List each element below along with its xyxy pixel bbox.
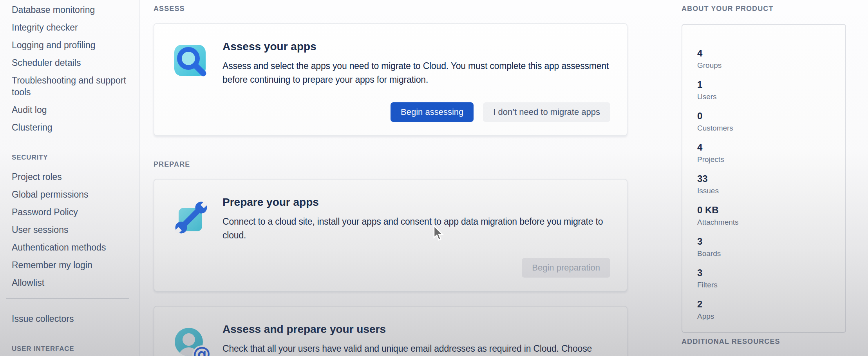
sidebar-item-troubleshooting[interactable]: Troubleshooting and support tools — [12, 74, 129, 98]
prepare-card-actions: Begin preparation — [222, 258, 610, 278]
sidebar-divider — [6, 298, 129, 299]
stat-value: 0 — [697, 110, 837, 122]
migration-assistant-page: Database monitoring Integrity checker Lo… — [0, 0, 868, 356]
sidebar-item-remember-my-login[interactable]: Remember my login — [12, 259, 129, 271]
users-card-content: Assess and prepare your users Check that… — [222, 323, 610, 356]
about-product-panel: ABOUT YOUR PRODUCT 4 Groups 1 Users 0 Cu… — [682, 0, 848, 346]
stat-label: Boards — [697, 249, 837, 258]
stat-users: 1 Users — [697, 79, 837, 102]
stat-projects: 4 Projects — [697, 142, 837, 164]
assess-card-title: Assess your apps — [222, 40, 610, 53]
sidebar-item-integrity-checker[interactable]: Integrity checker — [12, 22, 129, 33]
stat-label: Filters — [697, 280, 837, 290]
user-email-icon: @ — [172, 324, 210, 356]
users-card-title: Assess and prepare your users — [222, 323, 610, 336]
sidebar-item-global-permissions[interactable]: Global permissions — [12, 189, 129, 200]
stat-boards: 3 Boards — [697, 236, 837, 258]
stat-customers: 0 Customers — [697, 110, 837, 133]
assess-card-actions: Begin assessing I don’t need to migrate … — [222, 102, 610, 122]
section-header-prepare: PREPARE — [154, 160, 627, 169]
stat-apps: 2 Apps — [697, 298, 837, 321]
stat-value: 3 — [697, 236, 837, 247]
stat-label: Issues — [697, 186, 837, 196]
assess-card-content: Assess your apps Assess and select the a… — [222, 40, 610, 122]
about-product-header: ABOUT YOUR PRODUCT — [682, 5, 848, 13]
stat-label: Customers — [697, 124, 837, 133]
sidebar-item-scheduler-details[interactable]: Scheduler details — [12, 57, 129, 69]
assess-apps-card: Assess your apps Assess and select the a… — [154, 23, 627, 136]
assess-users-card: @ Assess and prepare your users Check th… — [154, 306, 627, 356]
sidebar-nav-collectors: Issue collectors — [12, 313, 129, 325]
stat-label: Apps — [697, 312, 837, 321]
prepare-card-title: Prepare your apps — [222, 196, 610, 209]
stat-value: 2 — [697, 298, 837, 310]
stat-groups: 4 Groups — [697, 47, 837, 70]
sidebar-item-database-monitoring[interactable]: Database monitoring — [12, 4, 129, 16]
sidebar-item-issue-collectors[interactable]: Issue collectors — [12, 313, 129, 325]
begin-preparation-button[interactable]: Begin preparation — [522, 258, 610, 278]
sidebar-section-security: SECURITY — [12, 154, 129, 162]
stat-issues: 33 Issues — [697, 173, 837, 196]
stat-value: 33 — [697, 173, 837, 185]
admin-sidebar: Database monitoring Integrity checker Lo… — [0, 0, 140, 356]
sidebar-item-audit-log[interactable]: Audit log — [12, 104, 129, 116]
stat-value: 3 — [697, 267, 837, 279]
stat-label: Users — [697, 92, 837, 102]
stat-filters: 3 Filters — [697, 267, 837, 290]
stat-label: Projects — [697, 155, 837, 164]
stat-value: 4 — [697, 142, 837, 153]
stat-value: 0 KB — [697, 204, 837, 216]
section-header-assess: ASSESS — [154, 5, 627, 13]
stat-attachments: 0 KB Attachments — [697, 204, 837, 227]
stat-value: 4 — [697, 47, 837, 59]
begin-assessing-button[interactable]: Begin assessing — [391, 102, 474, 122]
sidebar-nav-security: Project roles Global permissions Passwor… — [12, 171, 129, 289]
sidebar-item-logging-profiling[interactable]: Logging and profiling — [12, 39, 129, 51]
assess-card-description: Assess and select the apps you need to m… — [222, 59, 610, 87]
additional-resources-header: ADDITIONAL RESOURCES — [682, 338, 848, 346]
stat-value: 1 — [697, 79, 837, 91]
prepare-card-content: Prepare your apps Connect to a cloud sit… — [222, 196, 610, 278]
main-content: ASSESS Assess your apps Assess and selec… — [154, 0, 627, 356]
prepare-apps-card: Prepare your apps Connect to a cloud sit… — [154, 179, 627, 292]
search-app-icon — [172, 41, 210, 79]
sidebar-item-user-sessions[interactable]: User sessions — [12, 224, 129, 236]
stat-label: Attachments — [697, 218, 837, 227]
sidebar-nav-top: Database monitoring Integrity checker Lo… — [12, 4, 129, 133]
stat-label: Groups — [697, 61, 837, 70]
sidebar-item-authentication-methods[interactable]: Authentication methods — [12, 242, 129, 253]
sidebar-item-password-policy[interactable]: Password Policy — [12, 206, 129, 218]
wrench-icon — [172, 197, 210, 234]
sidebar-item-clustering[interactable]: Clustering — [12, 122, 129, 133]
dont-need-migrate-apps-button[interactable]: I don’t need to migrate apps — [483, 102, 610, 122]
prepare-card-description: Connect to a cloud site, install your ap… — [222, 215, 610, 242]
product-stats-card: 4 Groups 1 Users 0 Customers 4 Projects … — [682, 24, 846, 333]
sidebar-item-project-roles[interactable]: Project roles — [12, 171, 129, 183]
sidebar-item-allowlist[interactable]: Allowlist — [12, 277, 129, 289]
svg-text:@: @ — [193, 343, 210, 356]
users-card-description: Check that all your users have valid and… — [222, 342, 610, 356]
sidebar-section-user-interface: USER INTERFACE — [12, 345, 129, 353]
